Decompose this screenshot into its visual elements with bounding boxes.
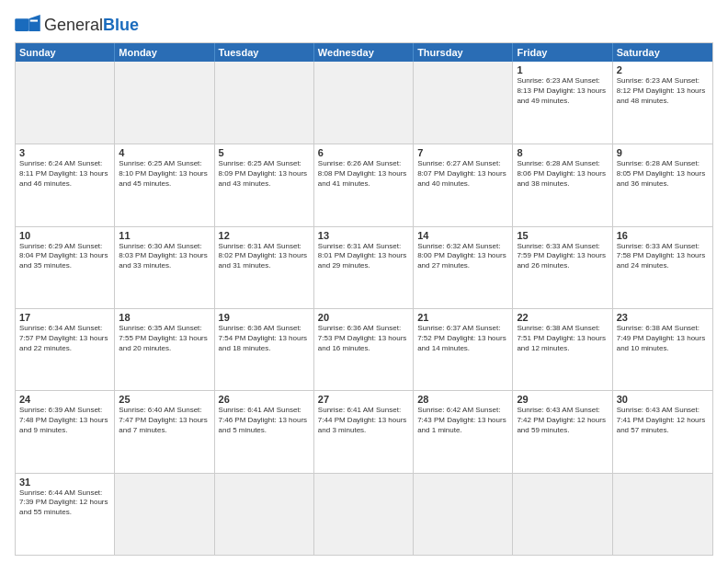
day-info: Sunrise: 6:38 AM Sunset: 7:51 PM Dayligh…: [517, 324, 608, 353]
day-info: Sunrise: 6:27 AM Sunset: 8:07 PM Dayligh…: [417, 159, 508, 189]
day-number: 18: [119, 312, 210, 323]
day-info: Sunrise: 6:31 AM Sunset: 8:02 PM Dayligh…: [219, 242, 310, 271]
day-number: 10: [19, 230, 110, 241]
empty-cell: [513, 474, 612, 555]
day-number: 24: [19, 394, 110, 405]
day-number: 22: [517, 312, 608, 323]
day-cell-13: 13Sunrise: 6:31 AM Sunset: 8:01 PM Dayli…: [314, 227, 414, 308]
day-header-monday: Monday: [115, 43, 214, 62]
day-info: Sunrise: 6:25 AM Sunset: 8:10 PM Dayligh…: [119, 159, 210, 189]
day-cell-8: 8Sunrise: 6:28 AM Sunset: 8:06 PM Daylig…: [513, 144, 612, 225]
day-cell-28: 28Sunrise: 6:42 AM Sunset: 7:43 PM Dayli…: [414, 391, 513, 472]
day-cell-10: 10Sunrise: 6:29 AM Sunset: 8:04 PM Dayli…: [16, 227, 115, 308]
day-cell-7: 7Sunrise: 6:27 AM Sunset: 8:07 PM Daylig…: [414, 144, 513, 225]
day-info: Sunrise: 6:29 AM Sunset: 8:04 PM Dayligh…: [19, 242, 110, 271]
empty-cell: [613, 474, 712, 555]
day-number: 20: [318, 312, 409, 323]
day-info: Sunrise: 6:36 AM Sunset: 7:53 PM Dayligh…: [318, 324, 409, 353]
logo-text: GeneralBlue: [44, 16, 139, 35]
day-info: Sunrise: 6:30 AM Sunset: 8:03 PM Dayligh…: [119, 242, 210, 271]
day-number: 8: [517, 147, 608, 158]
day-info: Sunrise: 6:25 AM Sunset: 8:09 PM Dayligh…: [219, 159, 310, 189]
empty-cell: [115, 474, 214, 555]
day-cell-11: 11Sunrise: 6:30 AM Sunset: 8:03 PM Dayli…: [115, 227, 214, 308]
day-info: Sunrise: 6:33 AM Sunset: 7:59 PM Dayligh…: [517, 242, 608, 271]
week-row-5: 31Sunrise: 6:44 AM Sunset: 7:39 PM Dayli…: [16, 473, 712, 555]
empty-cell: [314, 62, 414, 144]
week-row-3: 17Sunrise: 6:34 AM Sunset: 7:57 PM Dayli…: [16, 308, 712, 390]
day-number: 14: [417, 230, 508, 241]
day-number: 23: [617, 312, 709, 323]
day-info: Sunrise: 6:37 AM Sunset: 7:52 PM Dayligh…: [417, 324, 508, 353]
empty-cell: [215, 474, 314, 555]
day-info: Sunrise: 6:39 AM Sunset: 7:48 PM Dayligh…: [19, 406, 110, 435]
day-info: Sunrise: 6:41 AM Sunset: 7:44 PM Dayligh…: [318, 406, 409, 435]
day-cell-30: 30Sunrise: 6:43 AM Sunset: 7:41 PM Dayli…: [613, 391, 712, 472]
day-cell-29: 29Sunrise: 6:43 AM Sunset: 7:42 PM Dayli…: [513, 391, 612, 472]
day-cell-5: 5Sunrise: 6:25 AM Sunset: 8:09 PM Daylig…: [215, 144, 314, 225]
day-number: 30: [617, 394, 709, 405]
svg-rect-0: [15, 18, 28, 31]
day-info: Sunrise: 6:35 AM Sunset: 7:55 PM Dayligh…: [119, 324, 210, 353]
day-cell-17: 17Sunrise: 6:34 AM Sunset: 7:57 PM Dayli…: [16, 309, 115, 390]
calendar: SundayMondayTuesdayWednesdayThursdayFrid…: [15, 42, 713, 556]
svg-rect-2: [30, 20, 38, 22]
empty-cell: [215, 62, 314, 144]
empty-cell: [115, 62, 214, 144]
day-info: Sunrise: 6:28 AM Sunset: 8:06 PM Dayligh…: [517, 159, 608, 189]
day-number: 27: [318, 394, 409, 405]
day-cell-4: 4Sunrise: 6:25 AM Sunset: 8:10 PM Daylig…: [115, 144, 214, 225]
day-info: Sunrise: 6:24 AM Sunset: 8:11 PM Dayligh…: [19, 159, 110, 189]
day-header-thursday: Thursday: [414, 43, 513, 62]
empty-cell: [314, 474, 414, 555]
day-number: 7: [417, 147, 508, 158]
day-cell-23: 23Sunrise: 6:38 AM Sunset: 7:49 PM Dayli…: [613, 309, 712, 390]
day-number: 1: [517, 64, 608, 75]
day-cell-20: 20Sunrise: 6:36 AM Sunset: 7:53 PM Dayli…: [314, 309, 414, 390]
empty-cell: [414, 474, 513, 555]
week-row-2: 10Sunrise: 6:29 AM Sunset: 8:04 PM Dayli…: [16, 226, 712, 308]
day-cell-26: 26Sunrise: 6:41 AM Sunset: 7:46 PM Dayli…: [215, 391, 314, 472]
day-number: 6: [318, 147, 409, 158]
day-number: 31: [19, 477, 110, 488]
day-number: 4: [119, 147, 210, 158]
day-number: 12: [219, 230, 310, 241]
day-cell-14: 14Sunrise: 6:32 AM Sunset: 8:00 PM Dayli…: [414, 227, 513, 308]
day-number: 28: [417, 394, 508, 405]
calendar-body: 1Sunrise: 6:23 AM Sunset: 8:13 PM Daylig…: [16, 62, 712, 555]
day-info: Sunrise: 6:36 AM Sunset: 7:54 PM Dayligh…: [219, 324, 310, 353]
day-cell-3: 3Sunrise: 6:24 AM Sunset: 8:11 PM Daylig…: [16, 144, 115, 225]
day-info: Sunrise: 6:32 AM Sunset: 8:00 PM Dayligh…: [417, 242, 508, 271]
day-number: 2: [617, 64, 709, 75]
day-number: 29: [517, 394, 608, 405]
day-cell-25: 25Sunrise: 6:40 AM Sunset: 7:47 PM Dayli…: [115, 391, 214, 472]
day-cell-27: 27Sunrise: 6:41 AM Sunset: 7:44 PM Dayli…: [314, 391, 414, 472]
day-cell-2: 2Sunrise: 6:23 AM Sunset: 8:12 PM Daylig…: [613, 62, 712, 144]
day-header-sunday: Sunday: [16, 43, 115, 62]
day-info: Sunrise: 6:34 AM Sunset: 7:57 PM Dayligh…: [19, 324, 110, 353]
day-number: 21: [417, 312, 508, 323]
day-info: Sunrise: 6:28 AM Sunset: 8:05 PM Dayligh…: [617, 159, 709, 189]
day-info: Sunrise: 6:43 AM Sunset: 7:42 PM Dayligh…: [517, 406, 608, 435]
day-header-tuesday: Tuesday: [215, 43, 314, 62]
day-info: Sunrise: 6:26 AM Sunset: 8:08 PM Dayligh…: [318, 159, 409, 189]
week-row-0: 1Sunrise: 6:23 AM Sunset: 8:13 PM Daylig…: [16, 62, 712, 144]
svg-marker-1: [28, 15, 40, 31]
day-number: 11: [119, 230, 210, 241]
day-cell-9: 9Sunrise: 6:28 AM Sunset: 8:05 PM Daylig…: [613, 144, 712, 225]
day-number: 3: [19, 147, 110, 158]
day-info: Sunrise: 6:38 AM Sunset: 7:49 PM Dayligh…: [617, 324, 709, 353]
day-info: Sunrise: 6:40 AM Sunset: 7:47 PM Dayligh…: [119, 406, 210, 435]
logo: GeneralBlue: [15, 15, 139, 35]
day-cell-1: 1Sunrise: 6:23 AM Sunset: 8:13 PM Daylig…: [513, 62, 612, 144]
day-info: Sunrise: 6:23 AM Sunset: 8:12 PM Dayligh…: [617, 76, 709, 106]
day-cell-31: 31Sunrise: 6:44 AM Sunset: 7:39 PM Dayli…: [16, 474, 115, 555]
empty-cell: [16, 62, 115, 144]
day-number: 15: [517, 230, 608, 241]
day-number: 25: [119, 394, 210, 405]
day-info: Sunrise: 6:43 AM Sunset: 7:41 PM Dayligh…: [617, 406, 709, 435]
day-number: 16: [617, 230, 709, 241]
day-info: Sunrise: 6:33 AM Sunset: 7:58 PM Dayligh…: [617, 242, 709, 271]
day-cell-21: 21Sunrise: 6:37 AM Sunset: 7:52 PM Dayli…: [414, 309, 513, 390]
day-cell-12: 12Sunrise: 6:31 AM Sunset: 8:02 PM Dayli…: [215, 227, 314, 308]
